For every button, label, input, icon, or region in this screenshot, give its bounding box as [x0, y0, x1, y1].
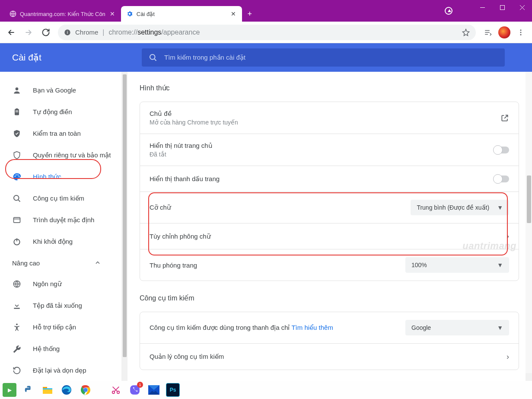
section-title-appearance: Hình thức	[140, 84, 519, 92]
taskbar-viber[interactable]: 1	[128, 383, 142, 397]
taskbar-mail[interactable]	[147, 383, 161, 397]
side-panel-icon[interactable]	[480, 25, 496, 40]
taskbar-edge[interactable]	[60, 383, 73, 397]
taskbar-chrome[interactable]	[79, 383, 92, 397]
nav-forward-button[interactable]	[21, 25, 36, 40]
browser-icon	[12, 216, 22, 224]
svg-point-4	[67, 31, 68, 32]
search-icon	[12, 194, 22, 203]
taskbar-photoshop[interactable]: Ps	[166, 383, 180, 397]
tab-strip: Quantrimang.com: Kiến Thức Côn ✕ Cài đặt…	[0, 0, 256, 22]
settings-body: Bạn và Google Tự động điền Kiểm tra an t…	[0, 72, 532, 399]
toggle-home-button[interactable]	[494, 147, 509, 153]
row-home-button: Hiển thị nút trang chủ Đã tắt	[140, 134, 519, 166]
chevron-up-icon	[95, 260, 101, 266]
restore-icon	[12, 366, 22, 375]
browser-tab-settings[interactable]: Cài đặt ✕	[121, 6, 242, 22]
section-title-search: Công cụ tìm kiếm	[140, 294, 519, 302]
sidebar-item-downloads[interactable]: Tệp đã tải xuống	[0, 295, 119, 316]
svg-rect-20	[14, 217, 20, 223]
sidebar-item-reset[interactable]: Đặt lại và dọn dẹp	[0, 360, 119, 381]
sidebar-advanced-toggle[interactable]: Nâng cao	[0, 252, 127, 273]
row-theme[interactable]: Chủ đề Mở cửa hàng Chrome trực tuyến	[140, 102, 519, 134]
svg-rect-2	[500, 5, 504, 10]
minimize-button[interactable]	[472, 0, 492, 15]
settings-title: Cài đặt	[12, 52, 142, 63]
svg-point-17	[17, 174, 19, 176]
chevron-right-icon: ›	[507, 352, 509, 361]
taskbar-app-green[interactable]: ▸	[3, 383, 16, 397]
sidebar-item-system[interactable]: Hệ thống	[0, 338, 119, 360]
settings-content: Hình thức Chủ đề Mở cửa hàng Chrome trực…	[127, 72, 532, 399]
nav-back-button[interactable]	[3, 25, 19, 40]
learn-more-link[interactable]: Tìm hiểu thêm	[291, 324, 333, 331]
nav-reload-button[interactable]	[38, 25, 54, 40]
site-info-icon[interactable]	[64, 29, 71, 36]
taskbar-snip[interactable]	[109, 383, 123, 397]
new-tab-button[interactable]: +	[244, 8, 256, 20]
sidebar-item-languages[interactable]: Ngôn ngữ	[0, 273, 119, 295]
row-font-size: Cỡ chữ Trung bình (Được đề xuất) ▼	[140, 192, 519, 223]
dropdown-page-zoom[interactable]: 100% ▼	[405, 257, 509, 273]
open-external-icon	[500, 114, 509, 122]
profile-avatar[interactable]	[498, 26, 510, 38]
omnibox[interactable]: Chrome | chrome://settings/appearance	[58, 25, 476, 40]
settings-header: Cài đặt Tìm kiếm trong phần cài đặt	[0, 43, 532, 72]
maximize-button[interactable]	[492, 0, 512, 15]
svg-point-9	[150, 54, 155, 60]
close-icon[interactable]: ✕	[230, 10, 237, 17]
svg-point-24	[16, 323, 18, 325]
search-icon	[149, 53, 157, 62]
omnibox-chrome-label: Chrome	[75, 29, 98, 36]
toggle-bookmarks-bar[interactable]	[494, 176, 509, 182]
omnibox-divider: |	[102, 29, 104, 36]
close-icon[interactable]: ✕	[109, 10, 116, 17]
svg-rect-5	[67, 32, 67, 34]
sidebar-item-appearance[interactable]: Hình thức	[0, 166, 119, 188]
sidebar-scrollbar[interactable]	[121, 72, 127, 399]
sidebar-item-autofill[interactable]: Tự động điền	[0, 101, 119, 123]
shield-check-icon	[12, 129, 22, 138]
sidebar-item-safety-check[interactable]: Kiểm tra an toàn	[0, 123, 119, 144]
sidebar-item-startup[interactable]: Khi khởi động	[0, 231, 119, 252]
tab-title: Cài đặt	[137, 11, 226, 17]
row-bookmarks-bar: Hiển thị thanh dấu trang	[140, 166, 519, 192]
bookmark-star-icon[interactable]	[462, 29, 470, 36]
chrome-menu-button[interactable]	[513, 25, 529, 40]
gear-icon	[126, 10, 133, 17]
browser-tab-quantrimang[interactable]: Quantrimang.com: Kiến Thức Côn ✕	[4, 6, 121, 22]
dropdown-search-engine[interactable]: Google ▼	[405, 320, 509, 335]
windows-taskbar: ▸ 1 Ps	[0, 381, 532, 399]
settings-search-input[interactable]: Tìm kiếm trong phần cài đặt	[142, 48, 505, 67]
row-page-zoom: Thu phóng trang 100% ▼	[140, 249, 519, 281]
taskbar-app-python[interactable]	[22, 383, 35, 397]
svg-point-19	[14, 195, 19, 201]
dropdown-font-size[interactable]: Trung bình (Được đề xuất) ▼	[411, 200, 509, 215]
sidebar-item-accessibility[interactable]: Hỗ trợ tiếp cận	[0, 316, 119, 338]
svg-rect-12	[16, 109, 18, 110]
page-scrollbar[interactable]	[526, 72, 532, 373]
sidebar-item-you-and-google[interactable]: Bạn và Google	[0, 80, 119, 101]
sidebar-item-search[interactable]: Công cụ tìm kiếm	[0, 188, 119, 209]
svg-point-6	[520, 29, 522, 31]
svg-point-7	[520, 32, 522, 33]
appearance-card: Chủ đề Mở cửa hàng Chrome trực tuyến Hiể…	[140, 102, 519, 281]
search-placeholder: Tìm kiếm trong phần cài đặt	[164, 54, 245, 61]
person-icon	[12, 86, 22, 95]
download-icon	[12, 301, 22, 310]
media-control-icon[interactable]	[445, 7, 452, 15]
tab-title: Quantrimang.com: Kiến Thức Côn	[20, 11, 105, 17]
row-customize-fonts[interactable]: Tùy chỉnh phông chữ ›	[140, 223, 519, 249]
caret-down-icon: ▼	[497, 262, 503, 268]
svg-point-16	[16, 174, 17, 176]
chevron-right-icon: ›	[507, 232, 509, 241]
window-close-button[interactable]	[512, 0, 532, 15]
svg-rect-13	[16, 111, 19, 111]
taskbar-file-explorer[interactable]	[41, 383, 54, 397]
row-manage-search[interactable]: Quản lý công cụ tìm kiếm ›	[140, 344, 519, 370]
sidebar-item-default-browser[interactable]: Trình duyệt mặc định	[0, 209, 119, 231]
sidebar-item-privacy[interactable]: Quyền riêng tư và bảo mật	[0, 144, 119, 166]
globe-icon	[12, 280, 22, 288]
window-titlebar: Quantrimang.com: Kiến Thức Côn ✕ Cài đặt…	[0, 0, 532, 22]
settings-sidebar: Bạn và Google Tự động điền Kiểm tra an t…	[0, 72, 127, 399]
